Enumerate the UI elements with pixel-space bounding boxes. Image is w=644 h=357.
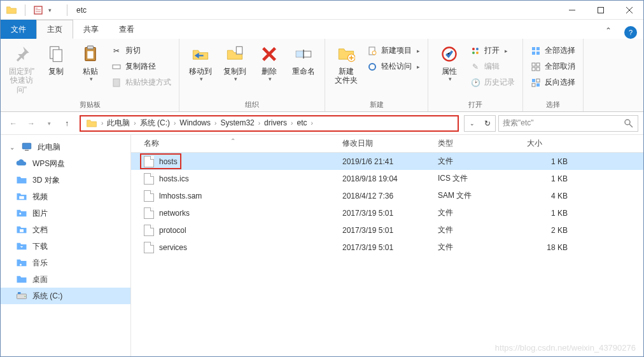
tree-item[interactable]: 文档 <box>1 221 130 238</box>
breadcrumb-segment[interactable]: drivers <box>262 118 290 127</box>
previous-locations-button[interactable]: ⌄ <box>465 116 480 131</box>
copy-to-button[interactable]: 复制到▾ <box>219 41 251 85</box>
docs-icon <box>16 224 27 235</box>
history-button[interactable]: 🕑历史记录 <box>468 76 517 89</box>
column-size[interactable]: 大小 <box>519 138 583 149</box>
copy-to-icon <box>226 45 244 63</box>
column-date[interactable]: 修改日期 <box>335 138 430 149</box>
address-bar-buttons: ⌄ ↻ <box>464 115 496 132</box>
file-tab[interactable]: 文件 <box>1 20 36 39</box>
svg-rect-42 <box>22 143 31 149</box>
svg-rect-28 <box>532 47 535 50</box>
sort-indicator-icon: ⌃ <box>230 137 235 144</box>
svg-rect-33 <box>536 63 540 66</box>
move-to-button[interactable]: 移动到▾ <box>185 41 216 85</box>
tree-item[interactable]: 视频 <box>1 188 130 205</box>
breadcrumb-segment[interactable]: Windows <box>177 118 213 127</box>
breadcrumb-segment[interactable]: System32 <box>218 118 256 127</box>
svg-rect-9 <box>53 50 62 62</box>
svg-rect-34 <box>532 67 535 71</box>
this-pc-icon <box>21 141 32 153</box>
easy-access-button[interactable]: 轻松访问▸ <box>365 60 423 73</box>
file-row[interactable]: lmhosts.sam2018/4/12 7:36SAM 文件4 KB <box>131 187 643 204</box>
tree-item[interactable]: 桌面 <box>1 271 130 288</box>
file-row[interactable]: hosts2019/1/6 21:41文件1 KB <box>131 153 643 170</box>
tree-item[interactable]: 3D 对象 <box>1 172 130 188</box>
qat-dropdown-icon[interactable]: ▾ <box>48 7 52 13</box>
pin-to-quick-access-button[interactable]: 固定到" 快速访问" <box>6 41 38 97</box>
properties-icon[interactable] <box>33 5 43 15</box>
copy-icon <box>47 45 65 63</box>
group-label-clipboard: 剪贴板 <box>6 98 174 111</box>
search-icon <box>624 118 634 129</box>
svg-point-47 <box>20 264 22 266</box>
edit-button[interactable]: ✎编辑 <box>468 60 517 73</box>
expand-icon[interactable]: ⌄ <box>10 144 16 151</box>
collapse-ribbon-button[interactable]: ⌃ <box>599 22 618 39</box>
history-icon: 🕑 <box>470 78 480 88</box>
group-label-select: 选择 <box>528 98 578 111</box>
svg-rect-36 <box>532 79 535 82</box>
tree-system-drive[interactable]: 系统 (C:) <box>1 288 130 304</box>
new-item-button[interactable]: 新建项目▸ <box>365 44 423 57</box>
help-button[interactable]: ? <box>624 26 637 39</box>
window-controls <box>557 1 643 19</box>
paste-shortcut-button[interactable]: 粘贴快捷方式 <box>109 76 174 89</box>
refresh-button[interactable]: ↻ <box>480 116 495 131</box>
chevron-right-icon[interactable]: › <box>132 120 137 127</box>
file-name: protocol <box>159 226 186 235</box>
select-none-button[interactable]: 全部取消 <box>528 60 578 73</box>
file-size: 2 KB <box>519 226 583 235</box>
file-row[interactable]: networks2017/3/19 5:01文件1 KB <box>131 204 643 221</box>
close-button[interactable] <box>615 1 643 19</box>
drive-icon <box>16 290 27 302</box>
tree-item[interactable]: 图片 <box>1 205 130 221</box>
properties-button[interactable]: 属性▾ <box>433 41 465 85</box>
breadcrumb-segment[interactable]: 系统 (C:) <box>137 118 172 127</box>
home-tab[interactable]: 主页 <box>36 20 73 39</box>
tree-item[interactable]: 音乐 <box>1 255 130 271</box>
copy-button[interactable]: 复制 <box>40 41 72 78</box>
file-type: 文件 <box>430 207 519 218</box>
share-tab[interactable]: 共享 <box>73 20 109 39</box>
breadcrumb-segment[interactable]: 此电脑 <box>104 118 132 127</box>
file-row[interactable]: hosts.ics2018/9/18 19:04ICS 文件1 KB <box>131 170 643 187</box>
view-tab[interactable]: 查看 <box>109 20 144 39</box>
paste-button[interactable]: 粘贴▾ <box>74 41 106 85</box>
breadcrumb-segment[interactable]: etc <box>294 118 309 127</box>
open-button[interactable]: 打开▸ <box>468 44 517 57</box>
back-button[interactable]: ← <box>6 116 21 131</box>
copy-path-button[interactable]: 复制路径 <box>109 60 174 73</box>
file-icon <box>144 207 154 219</box>
chevron-right-icon[interactable]: › <box>309 120 314 127</box>
tree-item[interactable]: WPS网盘 <box>1 155 130 172</box>
navigation-pane[interactable]: ⌄ 此电脑 WPS网盘3D 对象视频图片文档下载音乐桌面 系统 (C:) <box>1 135 131 356</box>
select-all-button[interactable]: 全部选择 <box>528 44 578 57</box>
ribbon-group-new: 新建 文件夹 新建项目▸ 轻松访问▸ 新建 <box>325 39 428 111</box>
chevron-right-icon[interactable]: › <box>257 120 262 127</box>
titlebar: ▾ etc <box>1 1 643 20</box>
column-type[interactable]: 类型 <box>430 138 519 149</box>
tree-item[interactable]: 下载 <box>1 238 130 255</box>
tree-this-pc[interactable]: ⌄ 此电脑 <box>1 139 130 155</box>
file-row[interactable]: services2017/3/19 5:01文件18 KB <box>131 239 643 256</box>
move-to-icon <box>192 45 209 63</box>
svg-line-41 <box>629 124 633 127</box>
forward-button[interactable]: → <box>24 116 39 131</box>
new-folder-button[interactable]: 新建 文件夹 <box>330 41 362 88</box>
maximize-button[interactable] <box>586 1 615 19</box>
address-bar[interactable]: › 此电脑›系统 (C:)›Windows›System32›drivers›e… <box>80 115 459 132</box>
minimize-button[interactable] <box>557 1 586 19</box>
delete-button[interactable]: 删除▾ <box>253 41 285 85</box>
file-row[interactable]: protocol2017/3/19 5:01文件2 KB <box>131 221 643 239</box>
up-button[interactable]: ↑ <box>59 116 74 131</box>
cut-button[interactable]: ✂剪切 <box>109 44 174 57</box>
search-box[interactable]: 搜索"etc" <box>498 115 638 132</box>
invert-selection-button[interactable]: 反向选择 <box>528 76 578 89</box>
recent-locations-button[interactable]: ▾ <box>41 116 57 131</box>
column-name[interactable]: ⌃名称 <box>131 138 335 149</box>
chevron-right-icon[interactable]: › <box>100 120 104 127</box>
file-size: 18 KB <box>519 243 583 252</box>
file-size: 1 KB <box>519 209 583 218</box>
rename-button[interactable]: 重命名 <box>288 41 319 78</box>
